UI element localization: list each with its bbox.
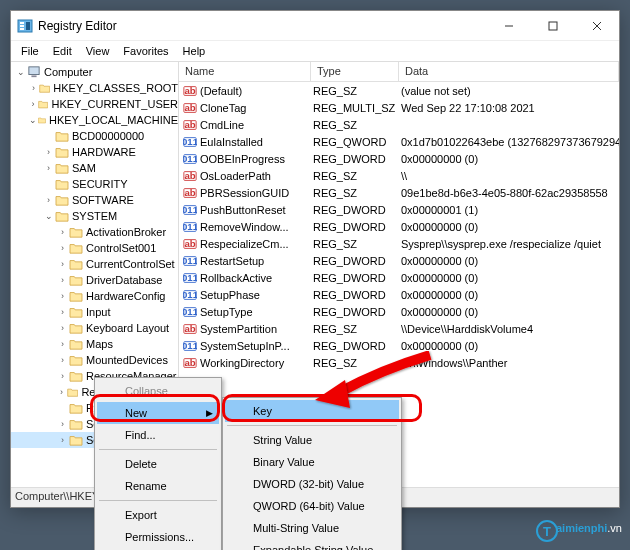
menu-item[interactable]: Collapse [97, 380, 219, 402]
tree-node[interactable]: ›HKEY_CURRENT_USER [11, 96, 178, 112]
tree-label: HARDWARE [72, 146, 136, 158]
menu-item[interactable]: String Value [225, 429, 399, 451]
col-data[interactable]: Data [399, 62, 619, 81]
tree-node[interactable]: ›Maps [11, 336, 178, 352]
menu-favorites[interactable]: Favorites [117, 44, 174, 58]
expand-icon[interactable]: › [57, 355, 68, 366]
expand-icon[interactable]: › [57, 323, 68, 334]
tree-node[interactable]: ⌄Computer [11, 64, 178, 80]
expand-icon[interactable]: › [43, 163, 54, 174]
menu-item[interactable]: Key [225, 400, 399, 422]
value-row[interactable]: abOsLoaderPathREG_SZ\\ [179, 167, 619, 184]
expand-icon[interactable]: › [29, 99, 37, 110]
menu-item[interactable]: DWORD (32-bit) Value [225, 473, 399, 495]
value-row[interactable]: 011RollbackActiveREG_DWORD0x00000000 (0) [179, 269, 619, 286]
menu-edit[interactable]: Edit [47, 44, 78, 58]
expand-icon[interactable] [57, 403, 68, 414]
tree-node[interactable]: ›Input [11, 304, 178, 320]
value-row[interactable]: abCloneTagREG_MULTI_SZWed Sep 22 17:10:0… [179, 99, 619, 116]
menu-item[interactable]: Binary Value [225, 451, 399, 473]
tree-node[interactable]: ⌄HKEY_LOCAL_MACHINE [11, 112, 178, 128]
value-row[interactable]: ab(Default)REG_SZ(value not set) [179, 82, 619, 99]
window-title: Registry Editor [38, 19, 487, 33]
value-row[interactable]: abSystemPartitionREG_SZ\\Device\\Harddis… [179, 320, 619, 337]
tree-node[interactable]: SECURITY [11, 176, 178, 192]
tree-node[interactable]: ›ControlSet001 [11, 240, 178, 256]
expand-icon[interactable]: › [57, 371, 68, 382]
value-name: EulaInstalled [200, 136, 263, 148]
tree-node[interactable]: ›SOFTWARE [11, 192, 178, 208]
expand-icon[interactable]: › [43, 195, 54, 206]
col-name[interactable]: Name [179, 62, 311, 81]
menu-file[interactable]: File [15, 44, 45, 58]
col-type[interactable]: Type [311, 62, 399, 81]
tree-node[interactable]: ›ActivationBroker [11, 224, 178, 240]
value-row[interactable]: 011EulaInstalledREG_QWORD0x1d7b01022643e… [179, 133, 619, 150]
tree-node[interactable]: ›Keyboard Layout [11, 320, 178, 336]
menu-item[interactable]: Expandable String Value [225, 539, 399, 550]
value-row[interactable]: abCmdLineREG_SZ [179, 116, 619, 133]
tree-node[interactable]: ›HKEY_CLASSES_ROOT [11, 80, 178, 96]
expand-icon[interactable]: › [57, 259, 68, 270]
value-type: REG_SZ [311, 85, 399, 97]
tree-node[interactable]: ›HardwareConfig [11, 288, 178, 304]
tree-node[interactable]: BCD00000000 [11, 128, 178, 144]
menu-item[interactable]: Rename [97, 475, 219, 497]
titlebar[interactable]: Registry Editor [11, 11, 619, 41]
close-button[interactable] [575, 11, 619, 41]
expand-icon[interactable]: › [57, 227, 68, 238]
value-row[interactable]: 011SetupTypeREG_DWORD0x00000000 (0) [179, 303, 619, 320]
value-row[interactable]: abPBRSessionGUIDREG_SZ09e1be8d-b6e3-4e05… [179, 184, 619, 201]
menu-item[interactable]: Export [97, 504, 219, 526]
tree-label: SAM [72, 162, 96, 174]
value-name: PBRSessionGUID [200, 187, 289, 199]
expand-icon[interactable]: ⌄ [15, 67, 26, 78]
svg-text:ab: ab [184, 101, 195, 112]
expand-icon[interactable]: › [57, 243, 68, 254]
value-row[interactable]: 011RemoveWindow...REG_DWORD0x00000000 (0… [179, 218, 619, 235]
expand-icon[interactable] [43, 131, 54, 142]
value-row[interactable]: 011SystemSetupInP...REG_DWORD0x00000000 … [179, 337, 619, 354]
tree-label: SYSTEM [72, 210, 117, 222]
expand-icon[interactable]: › [57, 339, 68, 350]
menu-item[interactable]: Multi-String Value [225, 517, 399, 539]
maximize-button[interactable] [531, 11, 575, 41]
expand-icon[interactable]: › [43, 147, 54, 158]
value-row[interactable]: 011PushButtonResetREG_DWORD0x00000001 (1… [179, 201, 619, 218]
menu-item[interactable]: Delete [97, 453, 219, 475]
expand-icon[interactable]: › [57, 435, 68, 446]
minimize-button[interactable] [487, 11, 531, 41]
menu-item[interactable]: New▶ [97, 402, 219, 424]
menu-item[interactable]: QWORD (64-bit) Value [225, 495, 399, 517]
value-data: \\Device\\HarddiskVolume4 [399, 323, 619, 335]
value-row[interactable]: abWorkingDirectoryREG_SZC:\\Windows\\Pan… [179, 354, 619, 371]
expand-icon[interactable]: › [57, 307, 68, 318]
expand-icon[interactable]: ⌄ [29, 115, 37, 126]
tree-node[interactable]: ›SAM [11, 160, 178, 176]
value-row[interactable]: 011RestartSetupREG_DWORD0x00000000 (0) [179, 252, 619, 269]
value-name: RespecializeCm... [200, 238, 289, 250]
value-row[interactable]: abRespecializeCm...REG_SZSysprep\\syspre… [179, 235, 619, 252]
menu-help[interactable]: Help [177, 44, 212, 58]
menu-view[interactable]: View [80, 44, 116, 58]
value-row[interactable]: 011SetupPhaseREG_DWORD0x00000000 (0) [179, 286, 619, 303]
expand-icon[interactable]: › [57, 419, 68, 430]
expand-icon[interactable]: › [29, 83, 38, 94]
tree-node[interactable]: ›CurrentControlSet [11, 256, 178, 272]
expand-icon[interactable]: ⌄ [43, 211, 54, 222]
menu-item[interactable]: Permissions... [97, 526, 219, 548]
expand-icon[interactable] [43, 179, 54, 190]
expand-icon[interactable]: › [57, 387, 66, 398]
expand-icon[interactable]: › [57, 291, 68, 302]
menu-item[interactable]: Find... [97, 424, 219, 446]
value-name: OOBEInProgress [200, 153, 285, 165]
tree-node[interactable]: ⌄SYSTEM [11, 208, 178, 224]
tree-node[interactable]: ›HARDWARE [11, 144, 178, 160]
expand-icon[interactable]: › [57, 275, 68, 286]
value-data: 09e1be8d-b6e3-4e05-880f-62ac29358558 [399, 187, 619, 199]
list-header: Name Type Data [179, 62, 619, 82]
value-name: CloneTag [200, 102, 246, 114]
value-row[interactable]: 011OOBEInProgressREG_DWORD0x00000000 (0) [179, 150, 619, 167]
tree-node[interactable]: ›DriverDatabase [11, 272, 178, 288]
tree-node[interactable]: ›MountedDevices [11, 352, 178, 368]
